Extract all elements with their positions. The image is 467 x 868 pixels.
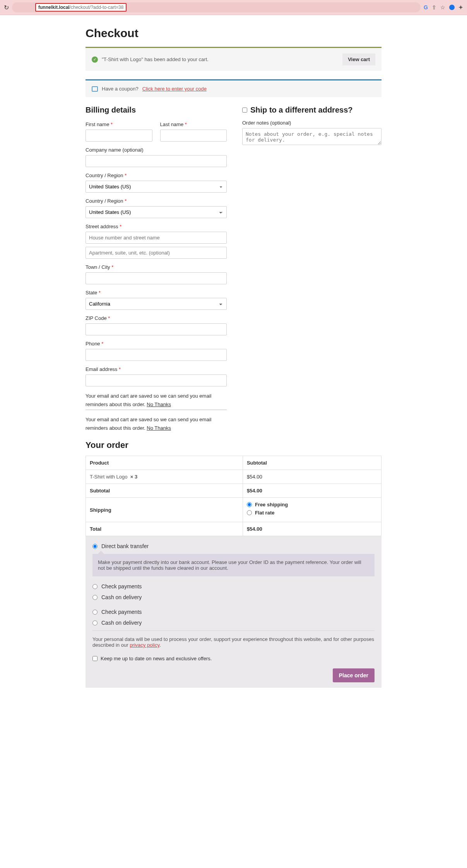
pay-check2-label[interactable]: Check payments — [101, 609, 142, 615]
pay-cod1-radio[interactable] — [92, 595, 98, 600]
street1-field[interactable] — [86, 232, 227, 244]
table-row: Subtotal $54.00 — [86, 484, 381, 498]
url-path: /checkout/?add-to-cart=38 — [70, 5, 124, 10]
pay-cod2-radio[interactable] — [92, 620, 98, 625]
privacy-link[interactable]: privacy policy — [130, 642, 159, 648]
ship-flat-option[interactable]: Flat rate — [247, 510, 377, 516]
pay-bank-radio[interactable] — [92, 544, 98, 549]
town-field[interactable] — [86, 272, 227, 284]
order-heading: Your order — [86, 440, 381, 450]
toolbar-icons: G ⇪ ☆ ✦ — [424, 4, 463, 10]
ship-free-option[interactable]: Free shipping — [247, 502, 377, 507]
google-icon[interactable]: G — [424, 4, 428, 10]
coupon-link[interactable]: Click here to enter your code — [142, 86, 207, 92]
company-field[interactable] — [86, 155, 227, 167]
cart-notice: ✓ "T-Shirt with Logo" has been added to … — [86, 47, 381, 71]
country2-label: Country / Region * — [86, 198, 227, 204]
state-label: State * — [86, 290, 227, 296]
country-label: Country / Region * — [86, 173, 227, 178]
reload-icon[interactable]: ↻ — [4, 4, 9, 11]
extension-icon[interactable] — [449, 5, 455, 10]
ship-flat-radio[interactable] — [247, 510, 252, 515]
table-row: Total $54.00 — [86, 522, 381, 536]
page-title: Checkout — [86, 27, 381, 40]
no-thanks-link-2[interactable]: No Thanks — [147, 425, 171, 431]
phone-label: Phone * — [86, 341, 227, 347]
pay-check1-label[interactable]: Check payments — [101, 583, 142, 589]
last-name-field[interactable] — [160, 130, 227, 142]
ship-diff-checkbox[interactable] — [242, 108, 247, 113]
email-field[interactable] — [86, 374, 227, 386]
no-thanks-link-1[interactable]: No Thanks — [147, 402, 171, 407]
pay-bank-label[interactable]: Direct bank transfer — [101, 543, 149, 549]
notes-label: Order notes (optional) — [242, 120, 381, 126]
email-note-2: Your email and cart are saved so we can … — [86, 415, 227, 432]
view-cart-button[interactable]: View cart — [342, 53, 375, 65]
street2-field[interactable] — [86, 247, 227, 259]
pay-check1-radio[interactable] — [92, 584, 98, 589]
newsletter-checkbox[interactable] — [92, 656, 98, 661]
payment-box: Direct bank transfer Make your payment d… — [86, 536, 381, 688]
coupon-bar: Have a coupon? Click here to enter your … — [86, 79, 381, 97]
ship-free-radio[interactable] — [247, 502, 252, 507]
ship-heading: Ship to a different address? — [250, 106, 352, 114]
url-box: funnelkit.local/checkout/?add-to-cart=38 — [35, 3, 127, 12]
share-icon[interactable]: ⇪ — [432, 4, 436, 10]
star-icon[interactable]: ☆ — [440, 4, 445, 10]
first-name-label: First name * — [86, 121, 152, 127]
company-label: Company name (optional) — [86, 147, 227, 153]
keepme-label: Keep me up to date on news and exclusive… — [101, 656, 212, 661]
table-row: T-Shirt with Logo × 3 $54.00 — [86, 470, 381, 484]
street-label: Street address * — [86, 224, 227, 229]
pay-check2-radio[interactable] — [92, 610, 98, 615]
col-product: Product — [86, 456, 243, 470]
country2-select[interactable]: United States (US) — [86, 206, 227, 218]
privacy-text: Your personal data will be used to proce… — [92, 630, 375, 652]
url-host: funnelkit.local — [38, 5, 70, 10]
table-row: Shipping Free shipping Flat rate — [86, 498, 381, 522]
coupon-prompt: Have a coupon? — [102, 86, 139, 92]
col-subtotal: Subtotal — [243, 456, 381, 470]
state-select[interactable]: California — [86, 298, 227, 310]
first-name-field[interactable] — [86, 130, 152, 142]
notice-text: "T-Shirt with Logo" has been added to yo… — [102, 56, 209, 62]
order-notes-field[interactable] — [242, 128, 381, 145]
coupon-icon — [92, 86, 98, 92]
pay-cod2-label[interactable]: Cash on delivery — [101, 620, 142, 626]
puzzle-icon[interactable]: ✦ — [458, 4, 463, 10]
phone-field[interactable] — [86, 349, 227, 361]
zip-label: ZIP Code * — [86, 315, 227, 321]
pay-bank-desc: Make your payment directly into our bank… — [92, 554, 375, 576]
order-table: Product Subtotal T-Shirt with Logo × 3 $… — [86, 456, 381, 536]
billing-heading: Billing details — [86, 106, 227, 114]
pay-cod1-label[interactable]: Cash on delivery — [101, 594, 142, 600]
url-bar[interactable]: funnelkit.local/checkout/?add-to-cart=38 — [12, 2, 421, 12]
check-icon: ✓ — [92, 56, 98, 63]
country-select[interactable]: United States (US) — [86, 181, 227, 193]
email-label: Email address * — [86, 366, 227, 372]
browser-toolbar: ↻ funnelkit.local/checkout/?add-to-cart=… — [0, 0, 467, 15]
town-label: Town / City * — [86, 264, 227, 270]
email-note-1: Your email and cart are saved so we can … — [86, 392, 227, 410]
place-order-button[interactable]: Place order — [333, 668, 375, 682]
last-name-label: Last name * — [160, 121, 227, 127]
zip-field[interactable] — [86, 323, 227, 335]
